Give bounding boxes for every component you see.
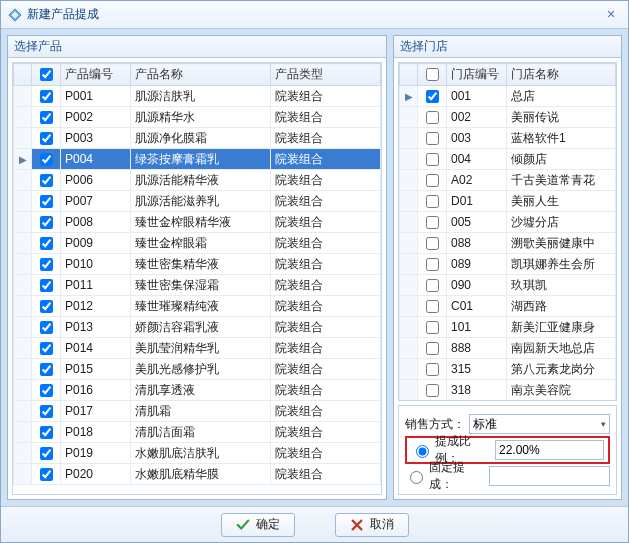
commission-fixed-radio[interactable] bbox=[410, 471, 423, 484]
row-check[interactable] bbox=[40, 216, 53, 229]
product-grid-wrap[interactable]: 产品编号 产品名称 产品类型 P001肌源洁肤乳院装组合P002肌源精华水院装组… bbox=[12, 62, 382, 495]
store-row[interactable]: 004倾颜店 bbox=[400, 149, 616, 170]
store-checkall-header[interactable] bbox=[418, 64, 447, 86]
product-row[interactable]: P010臻世密集精华液院装组合 bbox=[14, 254, 381, 275]
row-check-cell[interactable] bbox=[418, 338, 447, 359]
row-check[interactable] bbox=[40, 174, 53, 187]
row-check[interactable] bbox=[426, 174, 439, 187]
row-check-cell[interactable] bbox=[418, 359, 447, 380]
store-row[interactable]: A02千古美道常青花 bbox=[400, 170, 616, 191]
row-check[interactable] bbox=[426, 111, 439, 124]
store-grid-wrap[interactable]: 门店编号 门店名称 ▶001总店002美丽传说003蓝格软件1004倾颜店A02… bbox=[398, 62, 617, 401]
row-check[interactable] bbox=[426, 132, 439, 145]
row-check-cell[interactable] bbox=[418, 296, 447, 317]
row-check[interactable] bbox=[40, 321, 53, 334]
product-row[interactable]: P020水嫩肌底精华膜院装组合 bbox=[14, 464, 381, 485]
row-check-cell[interactable] bbox=[418, 233, 447, 254]
store-row[interactable]: 090玖琪凯 bbox=[400, 275, 616, 296]
row-check-cell[interactable] bbox=[418, 254, 447, 275]
product-row[interactable]: P009臻世金榨眼霜院装组合 bbox=[14, 233, 381, 254]
row-check[interactable] bbox=[40, 111, 53, 124]
product-row[interactable]: P018清肌洁面霜院装组合 bbox=[14, 422, 381, 443]
product-col-code[interactable]: 产品编号 bbox=[61, 64, 131, 86]
row-check-cell[interactable] bbox=[32, 128, 61, 149]
row-check[interactable] bbox=[40, 279, 53, 292]
store-col-code[interactable]: 门店编号 bbox=[447, 64, 507, 86]
product-row[interactable]: P008臻世金榨眼精华液院装组合 bbox=[14, 212, 381, 233]
row-check-cell[interactable] bbox=[32, 170, 61, 191]
row-check-cell[interactable] bbox=[418, 191, 447, 212]
row-check[interactable] bbox=[40, 195, 53, 208]
row-check[interactable] bbox=[40, 153, 53, 166]
row-check-cell[interactable] bbox=[32, 212, 61, 233]
commission-ratio-radio[interactable] bbox=[416, 445, 429, 458]
row-check-cell[interactable] bbox=[32, 338, 61, 359]
cancel-button[interactable]: 取消 bbox=[335, 513, 409, 537]
row-check[interactable] bbox=[40, 363, 53, 376]
row-check-cell[interactable] bbox=[418, 170, 447, 191]
row-check-cell[interactable] bbox=[32, 254, 61, 275]
row-check[interactable] bbox=[40, 405, 53, 418]
store-row[interactable]: ▶001总店 bbox=[400, 86, 616, 107]
row-check[interactable] bbox=[426, 153, 439, 166]
store-row[interactable]: 315第八元素龙岗分 bbox=[400, 359, 616, 380]
row-check-cell[interactable] bbox=[418, 317, 447, 338]
commission-fixed-input[interactable] bbox=[489, 466, 610, 486]
product-row[interactable]: P001肌源洁肤乳院装组合 bbox=[14, 86, 381, 107]
product-row[interactable]: P011臻世密集保湿霜院装组合 bbox=[14, 275, 381, 296]
row-check-cell[interactable] bbox=[32, 422, 61, 443]
row-check-cell[interactable] bbox=[32, 86, 61, 107]
row-check[interactable] bbox=[426, 384, 439, 397]
row-check[interactable] bbox=[40, 342, 53, 355]
row-check[interactable] bbox=[426, 195, 439, 208]
product-row[interactable]: P016清肌享透液院装组合 bbox=[14, 380, 381, 401]
row-check-cell[interactable] bbox=[32, 401, 61, 422]
row-check[interactable] bbox=[426, 258, 439, 271]
product-row[interactable]: P019水嫩肌底洁肤乳院装组合 bbox=[14, 443, 381, 464]
row-check-cell[interactable] bbox=[418, 128, 447, 149]
store-row[interactable]: 318南京美容院 bbox=[400, 380, 616, 401]
row-check[interactable] bbox=[40, 237, 53, 250]
row-check[interactable] bbox=[40, 300, 53, 313]
row-check-cell[interactable] bbox=[32, 191, 61, 212]
row-check-cell[interactable] bbox=[32, 359, 61, 380]
store-row[interactable]: 089凯琪娜养生会所 bbox=[400, 254, 616, 275]
row-check-cell[interactable] bbox=[32, 296, 61, 317]
row-check-cell[interactable] bbox=[418, 212, 447, 233]
product-col-name[interactable]: 产品名称 bbox=[131, 64, 271, 86]
store-row[interactable]: 888南园新天地总店 bbox=[400, 338, 616, 359]
row-check[interactable] bbox=[426, 363, 439, 376]
row-check-cell[interactable] bbox=[32, 464, 61, 485]
commission-ratio-input[interactable] bbox=[495, 440, 604, 460]
row-check-cell[interactable] bbox=[418, 149, 447, 170]
row-check-cell[interactable] bbox=[418, 107, 447, 128]
row-check[interactable] bbox=[40, 384, 53, 397]
product-row[interactable]: P015美肌光感修护乳院装组合 bbox=[14, 359, 381, 380]
row-check[interactable] bbox=[426, 342, 439, 355]
row-check-cell[interactable] bbox=[418, 275, 447, 296]
row-check[interactable] bbox=[40, 90, 53, 103]
store-row[interactable]: 002美丽传说 bbox=[400, 107, 616, 128]
row-check-cell[interactable] bbox=[418, 380, 447, 401]
store-row[interactable]: 088溯歌美丽健康中 bbox=[400, 233, 616, 254]
store-row[interactable]: D01美丽人生 bbox=[400, 191, 616, 212]
product-row[interactable]: P007肌源活能滋养乳院装组合 bbox=[14, 191, 381, 212]
row-check[interactable] bbox=[40, 468, 53, 481]
row-check-cell[interactable] bbox=[32, 443, 61, 464]
row-check[interactable] bbox=[426, 321, 439, 334]
product-row[interactable]: P002肌源精华水院装组合 bbox=[14, 107, 381, 128]
row-check[interactable] bbox=[40, 426, 53, 439]
row-check-cell[interactable] bbox=[32, 149, 61, 170]
product-checkall[interactable] bbox=[40, 68, 53, 81]
product-row[interactable]: ▶P004绿茶按摩膏霜乳院装组合 bbox=[14, 149, 381, 170]
row-check[interactable] bbox=[426, 279, 439, 292]
store-col-name[interactable]: 门店名称 bbox=[507, 64, 616, 86]
ok-button[interactable]: 确定 bbox=[221, 513, 295, 537]
row-check[interactable] bbox=[40, 447, 53, 460]
row-check[interactable] bbox=[40, 258, 53, 271]
row-check-cell[interactable] bbox=[418, 86, 447, 107]
product-row[interactable]: P014美肌莹润精华乳院装组合 bbox=[14, 338, 381, 359]
product-row[interactable]: P012臻世璀璨精纯液院装组合 bbox=[14, 296, 381, 317]
product-row[interactable]: P006肌源活能精华液院装组合 bbox=[14, 170, 381, 191]
product-col-type[interactable]: 产品类型 bbox=[271, 64, 381, 86]
